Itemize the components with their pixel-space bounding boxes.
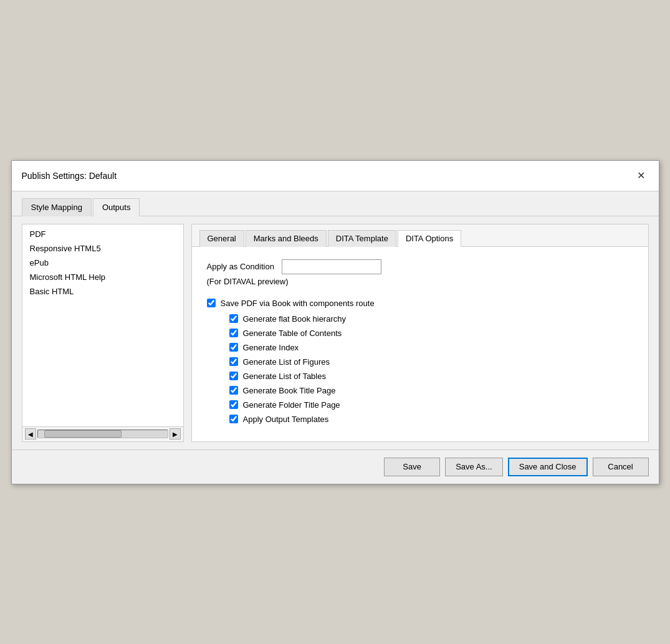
condition-sub-label: (For DITAVAL preview) (207, 277, 633, 286)
bottom-bar: Save Save As... Save and Close Cancel (12, 449, 659, 484)
tab-style-mapping[interactable]: Style Mapping (22, 198, 92, 216)
checkbox-list-tables: Generate List of Tables (229, 372, 633, 381)
dialog-title: Publish Settings: Default (22, 171, 117, 181)
condition-label: Apply as Condition (207, 262, 274, 271)
checkbox-output-templates: Apply Output Templates (229, 415, 633, 424)
publish-settings-dialog: Publish Settings: Default ✕ Style Mappin… (11, 160, 659, 484)
list-item-pdf[interactable]: PDF (22, 227, 183, 241)
checkbox-index: Generate Index (229, 343, 633, 352)
list-tables-checkbox[interactable] (229, 372, 238, 380)
checkbox-folder-title: Generate Folder Title Page (229, 400, 633, 410)
output-templates-label[interactable]: Apply Output Templates (243, 415, 329, 424)
toc-label[interactable]: Generate Table of Contents (243, 329, 342, 338)
title-bar: Publish Settings: Default ✕ (12, 161, 659, 191)
save-pdf-label[interactable]: Save PDF via Book with components route (221, 299, 375, 308)
list-item-ms-html-help[interactable]: Microsoft HTML Help (22, 270, 183, 284)
index-label[interactable]: Generate Index (243, 343, 299, 352)
list-figures-checkbox[interactable] (229, 357, 238, 366)
folder-title-label[interactable]: Generate Folder Title Page (243, 400, 340, 410)
flat-hierarchy-checkbox[interactable] (229, 314, 238, 323)
sub-checkboxes: Generate flat Book hierarchy Generate Ta… (229, 314, 633, 424)
toc-checkbox[interactable] (229, 329, 238, 337)
tab-dita-template[interactable]: DITA Template (328, 230, 396, 247)
inner-tabs: General Marks and Bleeds DITA Template D… (192, 224, 648, 247)
tab-outputs[interactable]: Outputs (93, 198, 140, 216)
list-item-basic-html[interactable]: Basic HTML (22, 284, 183, 299)
save-pdf-checkbox[interactable] (207, 299, 216, 307)
checkbox-book-title: Generate Book Title Page (229, 386, 633, 395)
output-templates-checkbox[interactable] (229, 415, 238, 423)
scroll-left-arrow[interactable]: ◀ (25, 428, 36, 440)
left-panel: PDF Responsive HTML5 ePub Microsoft HTML… (22, 224, 184, 442)
right-panel: General Marks and Bleeds DITA Template D… (191, 224, 649, 442)
save-as-button[interactable]: Save As... (445, 458, 503, 476)
save-and-close-button[interactable]: Save and Close (508, 458, 588, 476)
cancel-button[interactable]: Cancel (593, 458, 649, 476)
output-list: PDF Responsive HTML5 ePub Microsoft HTML… (22, 224, 183, 426)
list-figures-label[interactable]: Generate List of Figures (243, 357, 330, 367)
content-area: PDF Responsive HTML5 ePub Microsoft HTML… (12, 216, 659, 449)
checkbox-list-figures: Generate List of Figures (229, 357, 633, 367)
condition-input[interactable] (282, 259, 381, 274)
book-title-label[interactable]: Generate Book Title Page (243, 386, 336, 395)
tab-general[interactable]: General (199, 230, 244, 247)
save-button[interactable]: Save (384, 458, 440, 476)
scroll-right-arrow[interactable]: ▶ (170, 428, 181, 440)
top-tabs: Style Mapping Outputs (12, 191, 659, 216)
list-item-responsive-html5[interactable]: Responsive HTML5 (22, 241, 183, 256)
checkbox-flat-hierarchy: Generate flat Book hierarchy (229, 314, 633, 324)
condition-row: Apply as Condition (207, 259, 633, 274)
scroll-thumb (44, 430, 122, 438)
dita-options-panel: Apply as Condition (For DITAVAL preview)… (192, 247, 648, 441)
close-button[interactable]: ✕ (634, 168, 649, 183)
list-item-epub[interactable]: ePub (22, 256, 183, 270)
tab-marks-bleeds[interactable]: Marks and Bleeds (246, 230, 327, 247)
flat-hierarchy-label[interactable]: Generate flat Book hierarchy (243, 314, 346, 324)
folder-title-checkbox[interactable] (229, 400, 238, 409)
checkbox-toc: Generate Table of Contents (229, 329, 633, 338)
list-tables-label[interactable]: Generate List of Tables (243, 372, 326, 381)
book-title-checkbox[interactable] (229, 386, 238, 395)
save-pdf-row: Save PDF via Book with components route (207, 299, 633, 308)
scroll-track[interactable] (37, 430, 168, 438)
horizontal-scrollbar: ◀ ▶ (22, 426, 183, 441)
tab-dita-options[interactable]: DITA Options (398, 230, 461, 247)
index-checkbox[interactable] (229, 343, 238, 352)
